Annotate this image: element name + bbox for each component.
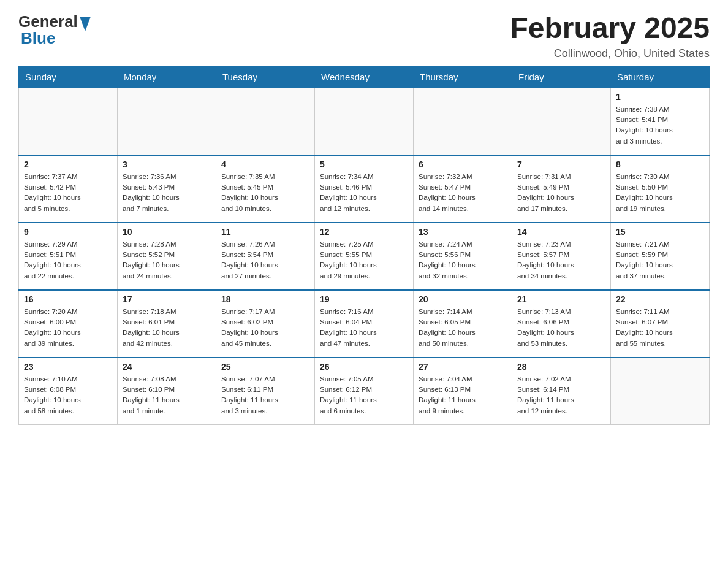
day-number: 21 xyxy=(517,294,605,304)
day-info: Sunrise: 7:34 AMSunset: 5:46 PMDaylight:… xyxy=(320,172,408,214)
day-number: 20 xyxy=(419,294,507,304)
table-row xyxy=(414,88,512,155)
day-number: 13 xyxy=(419,227,507,237)
table-row: 6Sunrise: 7:32 AMSunset: 5:47 PMDaylight… xyxy=(414,155,512,223)
table-row xyxy=(315,88,414,155)
day-info: Sunrise: 7:05 AMSunset: 6:12 PMDaylight:… xyxy=(320,374,408,416)
table-row: 10Sunrise: 7:28 AMSunset: 5:52 PMDayligh… xyxy=(118,223,216,290)
day-number: 14 xyxy=(517,227,605,237)
col-friday: Friday xyxy=(512,66,611,88)
calendar-week-row: 16Sunrise: 7:20 AMSunset: 6:00 PMDayligh… xyxy=(19,290,710,358)
page-header: General Blue February 2025 Collinwood, O… xyxy=(18,12,710,60)
day-number: 24 xyxy=(123,362,211,372)
table-row: 25Sunrise: 7:07 AMSunset: 6:11 PMDayligh… xyxy=(216,358,315,425)
col-sunday: Sunday xyxy=(19,66,118,88)
table-row: 9Sunrise: 7:29 AMSunset: 5:51 PMDaylight… xyxy=(19,223,118,290)
day-number: 4 xyxy=(221,159,309,169)
table-row: 24Sunrise: 7:08 AMSunset: 6:10 PMDayligh… xyxy=(118,358,216,425)
day-info: Sunrise: 7:35 AMSunset: 5:45 PMDaylight:… xyxy=(221,172,309,214)
day-number: 8 xyxy=(616,159,704,169)
table-row: 17Sunrise: 7:18 AMSunset: 6:01 PMDayligh… xyxy=(118,290,216,358)
day-number: 6 xyxy=(419,159,507,169)
day-number: 5 xyxy=(320,159,408,169)
col-thursday: Thursday xyxy=(414,66,512,88)
table-row xyxy=(611,358,710,425)
day-info: Sunrise: 7:07 AMSunset: 6:11 PMDaylight:… xyxy=(221,374,309,416)
logo: General Blue xyxy=(18,12,91,48)
day-info: Sunrise: 7:31 AMSunset: 5:49 PMDaylight:… xyxy=(517,172,605,214)
day-info: Sunrise: 7:32 AMSunset: 5:47 PMDaylight:… xyxy=(419,172,507,214)
day-info: Sunrise: 7:04 AMSunset: 6:13 PMDaylight:… xyxy=(419,374,507,416)
col-saturday: Saturday xyxy=(611,66,710,88)
calendar-header-row: Sunday Monday Tuesday Wednesday Thursday… xyxy=(19,66,710,88)
table-row: 21Sunrise: 7:13 AMSunset: 6:06 PMDayligh… xyxy=(512,290,611,358)
day-number: 26 xyxy=(320,362,408,372)
day-info: Sunrise: 7:23 AMSunset: 5:57 PMDaylight:… xyxy=(517,239,605,282)
table-row: 8Sunrise: 7:30 AMSunset: 5:50 PMDaylight… xyxy=(611,155,710,223)
table-row: 12Sunrise: 7:25 AMSunset: 5:55 PMDayligh… xyxy=(315,223,414,290)
table-row: 28Sunrise: 7:02 AMSunset: 6:14 PMDayligh… xyxy=(512,358,611,425)
table-row xyxy=(118,88,216,155)
day-info: Sunrise: 7:38 AMSunset: 5:41 PMDaylight:… xyxy=(616,104,704,147)
day-info: Sunrise: 7:10 AMSunset: 6:08 PMDaylight:… xyxy=(24,374,112,416)
col-monday: Monday xyxy=(118,66,216,88)
day-number: 17 xyxy=(123,294,211,304)
day-info: Sunrise: 7:26 AMSunset: 5:54 PMDaylight:… xyxy=(221,239,309,282)
table-row: 5Sunrise: 7:34 AMSunset: 5:46 PMDaylight… xyxy=(315,155,414,223)
calendar-table: Sunday Monday Tuesday Wednesday Thursday… xyxy=(18,66,710,426)
title-block: February 2025 Collinwood, Ohio, United S… xyxy=(510,12,710,60)
table-row: 22Sunrise: 7:11 AMSunset: 6:07 PMDayligh… xyxy=(611,290,710,358)
table-row: 4Sunrise: 7:35 AMSunset: 5:45 PMDaylight… xyxy=(216,155,315,223)
day-number: 10 xyxy=(123,227,211,237)
day-info: Sunrise: 7:21 AMSunset: 5:59 PMDaylight:… xyxy=(616,239,704,282)
day-number: 9 xyxy=(24,227,112,237)
table-row: 3Sunrise: 7:36 AMSunset: 5:43 PMDaylight… xyxy=(118,155,216,223)
day-number: 28 xyxy=(517,362,605,372)
table-row: 18Sunrise: 7:17 AMSunset: 6:02 PMDayligh… xyxy=(216,290,315,358)
page-subtitle: Collinwood, Ohio, United States xyxy=(510,47,710,60)
day-number: 11 xyxy=(221,227,309,237)
day-info: Sunrise: 7:18 AMSunset: 6:01 PMDaylight:… xyxy=(123,307,211,349)
day-number: 25 xyxy=(221,362,309,372)
day-info: Sunrise: 7:13 AMSunset: 6:06 PMDaylight:… xyxy=(517,307,605,349)
calendar-week-row: 2Sunrise: 7:37 AMSunset: 5:42 PMDaylight… xyxy=(19,155,710,223)
table-row: 23Sunrise: 7:10 AMSunset: 6:08 PMDayligh… xyxy=(19,358,118,425)
logo-blue-text: Blue xyxy=(21,29,55,48)
day-info: Sunrise: 7:37 AMSunset: 5:42 PMDaylight:… xyxy=(24,172,112,214)
day-info: Sunrise: 7:11 AMSunset: 6:07 PMDaylight:… xyxy=(616,307,704,349)
table-row: 15Sunrise: 7:21 AMSunset: 5:59 PMDayligh… xyxy=(611,223,710,290)
calendar-week-row: 9Sunrise: 7:29 AMSunset: 5:51 PMDaylight… xyxy=(19,223,710,290)
calendar-week-row: 1Sunrise: 7:38 AMSunset: 5:41 PMDaylight… xyxy=(19,88,710,155)
day-number: 2 xyxy=(24,159,112,169)
col-wednesday: Wednesday xyxy=(315,66,414,88)
day-number: 19 xyxy=(320,294,408,304)
day-info: Sunrise: 7:08 AMSunset: 6:10 PMDaylight:… xyxy=(123,374,211,416)
day-info: Sunrise: 7:14 AMSunset: 6:05 PMDaylight:… xyxy=(419,307,507,349)
day-info: Sunrise: 7:36 AMSunset: 5:43 PMDaylight:… xyxy=(123,172,211,214)
day-number: 1 xyxy=(616,92,704,102)
day-number: 12 xyxy=(320,227,408,237)
table-row: 2Sunrise: 7:37 AMSunset: 5:42 PMDaylight… xyxy=(19,155,118,223)
day-number: 7 xyxy=(517,159,605,169)
day-number: 16 xyxy=(24,294,112,304)
table-row: 16Sunrise: 7:20 AMSunset: 6:00 PMDayligh… xyxy=(19,290,118,358)
day-info: Sunrise: 7:28 AMSunset: 5:52 PMDaylight:… xyxy=(123,239,211,282)
day-info: Sunrise: 7:29 AMSunset: 5:51 PMDaylight:… xyxy=(24,239,112,282)
day-number: 27 xyxy=(419,362,507,372)
calendar-week-row: 23Sunrise: 7:10 AMSunset: 6:08 PMDayligh… xyxy=(19,358,710,425)
table-row xyxy=(19,88,118,155)
table-row: 13Sunrise: 7:24 AMSunset: 5:56 PMDayligh… xyxy=(414,223,512,290)
day-number: 18 xyxy=(221,294,309,304)
day-info: Sunrise: 7:17 AMSunset: 6:02 PMDaylight:… xyxy=(221,307,309,349)
day-info: Sunrise: 7:16 AMSunset: 6:04 PMDaylight:… xyxy=(320,307,408,349)
day-info: Sunrise: 7:02 AMSunset: 6:14 PMDaylight:… xyxy=(517,374,605,416)
page-title: February 2025 xyxy=(510,12,710,45)
table-row: 7Sunrise: 7:31 AMSunset: 5:49 PMDaylight… xyxy=(512,155,611,223)
table-row: 19Sunrise: 7:16 AMSunset: 6:04 PMDayligh… xyxy=(315,290,414,358)
table-row xyxy=(216,88,315,155)
day-info: Sunrise: 7:24 AMSunset: 5:56 PMDaylight:… xyxy=(419,239,507,282)
table-row: 14Sunrise: 7:23 AMSunset: 5:57 PMDayligh… xyxy=(512,223,611,290)
table-row: 26Sunrise: 7:05 AMSunset: 6:12 PMDayligh… xyxy=(315,358,414,425)
table-row xyxy=(512,88,611,155)
col-tuesday: Tuesday xyxy=(216,66,315,88)
